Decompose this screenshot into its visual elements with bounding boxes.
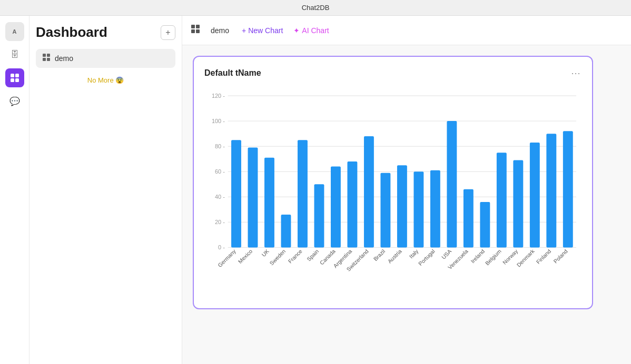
app-header: Chat2DB	[0, 0, 631, 16]
svg-rect-52	[447, 121, 457, 247]
svg-rect-54	[464, 189, 474, 248]
svg-rect-6	[43, 58, 46, 61]
svg-rect-2	[11, 78, 14, 82]
svg-text:0 -: 0 -	[218, 244, 225, 250]
svg-rect-3	[15, 78, 19, 82]
tab-bar: demo + New Chart ✦ AI Chart	[182, 16, 631, 45]
svg-text:France: France	[287, 248, 303, 265]
svg-rect-42	[364, 136, 374, 247]
main-content: demo + New Chart ✦ AI Chart Default tNam…	[182, 16, 631, 364]
svg-rect-34	[298, 140, 308, 247]
tab-demo[interactable]: demo	[204, 23, 235, 38]
svg-text:Sweden: Sweden	[269, 248, 287, 267]
ai-chart-star-icon: ✦	[293, 26, 300, 35]
chart-svg: 0 -20 -40 -60 -80 -100 -120 -GermanyMexi…	[204, 87, 581, 298]
bar-chart: 0 -20 -40 -60 -80 -100 -120 -GermanyMexi…	[204, 87, 581, 298]
svg-text:Belgium: Belgium	[484, 248, 502, 266]
svg-rect-60	[513, 160, 523, 248]
tab-dashboard-icon	[191, 24, 200, 36]
svg-rect-11	[196, 29, 200, 33]
svg-text:Spain: Spain	[306, 248, 320, 262]
chart-card: Default tName ⋯ 0 -20 -40 -60 -80 -100 -…	[193, 56, 593, 309]
svg-text:Poland: Poland	[553, 248, 569, 265]
svg-rect-44	[380, 173, 390, 248]
svg-text:80 -: 80 -	[215, 143, 225, 149]
svg-text:Portugal: Portugal	[418, 248, 436, 267]
app-body: A 🗄 💬 Dashboard +	[0, 16, 631, 364]
sidebar-icon-dashboard[interactable]	[5, 68, 24, 87]
svg-text:USA: USA	[440, 248, 452, 260]
chart-title: Default tName	[204, 68, 261, 78]
svg-rect-30	[264, 158, 274, 248]
svg-rect-7	[47, 58, 50, 61]
sidebar-item-demo-label: demo	[55, 54, 73, 63]
svg-rect-1	[15, 74, 19, 77]
dashboard-item-icon	[42, 53, 51, 64]
chart-more-button[interactable]: ⋯	[571, 67, 581, 79]
svg-text:Denmark: Denmark	[516, 248, 536, 268]
panel-title-row: Dashboard +	[36, 24, 175, 41]
svg-text:Brazil: Brazil	[372, 248, 386, 262]
svg-rect-40	[347, 161, 357, 247]
svg-text:Germany: Germany	[217, 248, 238, 268]
svg-rect-4	[43, 54, 46, 57]
svg-rect-50	[430, 170, 440, 248]
new-chart-plus-icon: +	[242, 26, 246, 35]
svg-text:120 -: 120 -	[212, 93, 225, 99]
svg-rect-32	[281, 215, 291, 247]
svg-rect-26	[231, 140, 241, 247]
svg-text:Mexico: Mexico	[237, 248, 253, 265]
add-dashboard-button[interactable]: +	[161, 25, 175, 40]
sidebar-item-demo[interactable]: demo	[36, 49, 175, 68]
svg-rect-62	[530, 143, 540, 247]
svg-rect-56	[480, 202, 490, 248]
svg-text:Italy: Italy	[408, 248, 420, 259]
svg-rect-48	[413, 171, 423, 247]
svg-text:60 -: 60 -	[215, 168, 225, 175]
svg-rect-66	[563, 131, 573, 247]
ai-chart-label: AI Chart	[302, 26, 329, 35]
ai-chart-button[interactable]: ✦ AI Chart	[289, 23, 333, 38]
panel-title: Dashboard	[36, 24, 107, 41]
svg-text:Ireland: Ireland	[470, 248, 486, 264]
sidebar-icon-database[interactable]: 🗄	[5, 45, 24, 64]
svg-rect-58	[497, 153, 507, 247]
panel-sidebar: Dashboard + demo No More 😨	[29, 16, 182, 364]
svg-text:100 -: 100 -	[212, 118, 225, 124]
svg-rect-9	[196, 25, 200, 28]
svg-rect-28	[248, 148, 258, 248]
no-more-label: No More 😨	[36, 76, 175, 84]
tab-demo-label: demo	[211, 26, 229, 35]
svg-rect-8	[191, 25, 195, 28]
new-chart-button[interactable]: + New Chart	[238, 23, 287, 38]
avatar[interactable]: A	[5, 22, 24, 41]
svg-rect-38	[331, 167, 341, 248]
svg-rect-46	[397, 165, 407, 247]
main-scroll-area: Default tName ⋯ 0 -20 -40 -60 -80 -100 -…	[182, 45, 631, 364]
chart-card-header: Default tName ⋯	[204, 67, 581, 79]
svg-rect-10	[191, 29, 195, 33]
sidebar-icon-chat[interactable]: 💬	[5, 92, 24, 110]
svg-rect-0	[11, 74, 14, 77]
svg-text:UK: UK	[261, 248, 270, 258]
app-title: Chat2DB	[302, 4, 330, 12]
svg-rect-5	[47, 54, 50, 57]
new-chart-label: New Chart	[248, 26, 283, 35]
svg-text:Austria: Austria	[387, 248, 403, 265]
svg-text:40 -: 40 -	[215, 194, 225, 200]
svg-rect-64	[546, 134, 556, 247]
svg-text:Finland: Finland	[535, 248, 552, 265]
svg-text:20 -: 20 -	[215, 219, 225, 225]
icon-sidebar: A 🗄 💬	[0, 16, 29, 364]
svg-rect-36	[314, 184, 324, 247]
